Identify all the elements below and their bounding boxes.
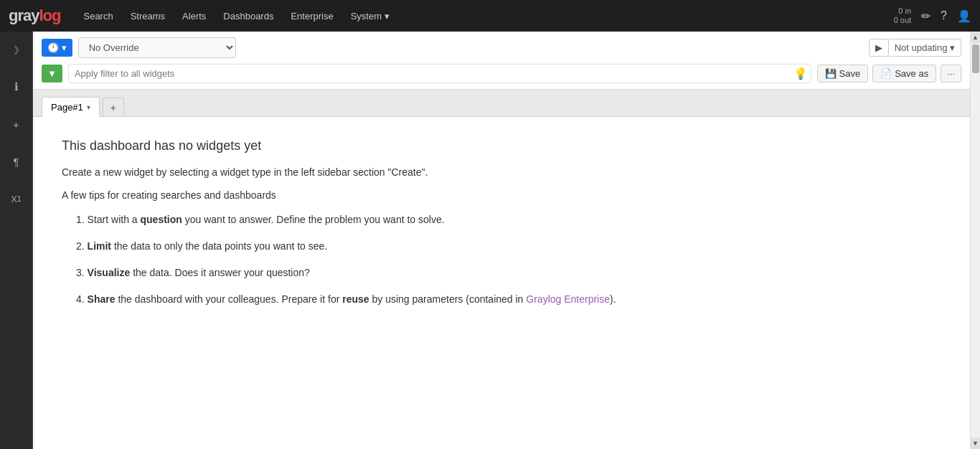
bulb-icon: 💡 xyxy=(793,67,808,80)
tip-1: 1. Start with a question you want to ans… xyxy=(76,212,941,227)
nav-enterprise[interactable]: Enterprise xyxy=(289,8,334,24)
tip-2: 2. Limit the data to only the data point… xyxy=(76,239,941,254)
toolbar: 🕐 ▾ No Override ▶Not updating ▾ ▼ 💡 xyxy=(33,32,970,90)
nav-system[interactable]: System ▾ xyxy=(349,8,391,24)
sidebar-add-icon[interactable]: + xyxy=(6,113,27,135)
nav-search[interactable]: Search xyxy=(82,8,114,24)
nav-icons: 0 in 0 out ✏ ? 👤 xyxy=(894,6,971,25)
save-button[interactable]: 💾 Save xyxy=(817,65,869,82)
tip-2-num: 2. xyxy=(76,240,88,252)
dashboard-body: This dashboard has no widgets yet Create… xyxy=(33,117,970,449)
scroll-thumb[interactable] xyxy=(972,44,979,73)
create-hint: Create a new widget by selecting a widge… xyxy=(62,166,941,178)
tips-list: 1. Start with a question you want to ans… xyxy=(62,212,941,307)
nav-streams[interactable]: Streams xyxy=(129,8,166,24)
clock-button[interactable]: 🕐 ▾ xyxy=(42,39,72,57)
not-updating-button[interactable]: Not updating ▾ xyxy=(889,39,961,57)
nav-io: 0 in 0 out xyxy=(894,6,911,25)
tip-3-num: 3. xyxy=(76,267,88,278)
saveas-icon: 📄 xyxy=(880,68,892,79)
sidebar-collapse-icon[interactable]: ❯ xyxy=(6,39,27,60)
nav-alerts[interactable]: Alerts xyxy=(181,8,207,24)
sidebar-paragraph-icon[interactable]: ¶ xyxy=(6,151,27,172)
scrollbar[interactable]: ▲ ▼ xyxy=(970,32,980,449)
tip-3: 3. Visualize the data. Does it answer yo… xyxy=(76,265,941,280)
tip-4-reuse: reuse xyxy=(342,293,369,305)
save-disk-icon: 💾 xyxy=(825,68,837,79)
tab-page1[interactable]: Page#1 ▾ xyxy=(42,97,100,117)
play-button[interactable]: ▶ xyxy=(869,39,889,57)
tip-1-bold: question xyxy=(141,214,182,225)
nav-dashboards[interactable]: Dashboards xyxy=(222,8,275,24)
scroll-down-button[interactable]: ▼ xyxy=(971,438,980,449)
user-icon-btn[interactable]: 👤 xyxy=(957,9,971,23)
nav-io-in: 0 in xyxy=(894,6,911,16)
top-nav: graylog Search Streams Alerts Dashboards… xyxy=(0,0,980,32)
tip-4-bold: Share xyxy=(88,293,116,305)
play-group: ▶Not updating ▾ xyxy=(869,39,961,57)
filter-input[interactable] xyxy=(69,65,793,82)
filter-button[interactable]: ▼ xyxy=(42,65,62,82)
tip-2-bold: Limit xyxy=(88,240,111,252)
enterprise-link[interactable]: Graylog Enterprise xyxy=(526,293,610,305)
tips-title: A few tips for creating searches and das… xyxy=(62,189,941,201)
scroll-up-button[interactable]: ▲ xyxy=(971,32,980,43)
logo-log: log xyxy=(39,6,60,24)
tab-add-button[interactable]: + xyxy=(103,98,124,117)
left-sidebar: ❯ ℹ + ¶ X1 xyxy=(0,32,33,449)
tip-4: 4. Share the dashboard with your colleag… xyxy=(76,292,941,307)
logo-gray: gray xyxy=(9,6,39,24)
empty-title: This dashboard has no widgets yet xyxy=(62,138,941,153)
tip-3-bold: Visualize xyxy=(88,267,131,278)
logo: graylog xyxy=(9,6,60,25)
tabs-bar: Page#1 ▾ + xyxy=(33,90,970,117)
tab-page1-label: Page#1 xyxy=(51,102,83,113)
no-override-select[interactable]: No Override xyxy=(78,37,236,58)
tip-4-num: 4. xyxy=(76,293,88,305)
sidebar-subscript-icon[interactable]: X1 xyxy=(6,188,27,209)
sidebar-info-icon[interactable]: ℹ xyxy=(6,76,27,98)
tip-1-num: 1. xyxy=(76,214,88,225)
saveas-button[interactable]: 📄 Save as xyxy=(872,65,936,82)
filter-row: 💡 xyxy=(68,64,811,83)
help-icon-btn[interactable]: ? xyxy=(941,9,947,22)
edit-icon-btn[interactable]: ✏ xyxy=(921,9,930,23)
tab-chevron-icon: ▾ xyxy=(87,103,90,111)
more-button[interactable]: ··· xyxy=(941,65,961,82)
nav-io-out: 0 out xyxy=(894,16,911,25)
